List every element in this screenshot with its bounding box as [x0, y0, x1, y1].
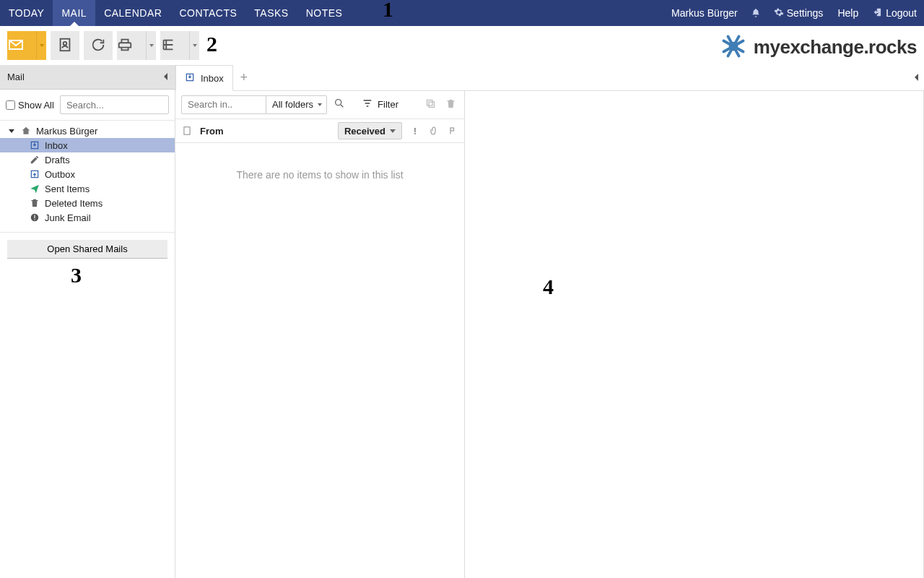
- list-toolbar: All folders Filter: [175, 91, 464, 118]
- folder-sent[interactable]: Sent Items: [0, 181, 175, 196]
- nav-contacts[interactable]: CONTACTS: [170, 0, 245, 26]
- nav-mail[interactable]: MAIL: [53, 0, 95, 26]
- home-icon: [20, 125, 32, 137]
- folder-junk[interactable]: Junk Email: [0, 210, 175, 225]
- pencil-icon: [29, 154, 40, 165]
- show-all-checkbox[interactable]: [6, 100, 15, 110]
- show-all-toggle[interactable]: Show All: [6, 100, 54, 111]
- svg-rect-6: [34, 215, 35, 219]
- nav-user[interactable]: Markus Bürger: [664, 7, 745, 19]
- sort-label: Received: [344, 126, 385, 137]
- tab-bar: Inbox +: [175, 65, 924, 91]
- chevron-down-icon: [9, 129, 14, 133]
- logout-icon: [873, 7, 883, 20]
- layout-button[interactable]: [160, 31, 199, 60]
- svg-rect-7: [34, 219, 35, 220]
- search-button[interactable]: [331, 97, 347, 113]
- search-in-input[interactable]: [181, 95, 266, 114]
- nav-notes[interactable]: NOTES: [297, 0, 352, 26]
- refresh-icon: [90, 37, 106, 55]
- folder-label: Junk Email: [45, 212, 91, 223]
- svg-rect-12: [184, 127, 190, 135]
- address-book-button[interactable]: [51, 31, 79, 60]
- importance-icon[interactable]: !: [409, 126, 421, 137]
- folder-label: Outbox: [45, 169, 75, 180]
- add-tab-button[interactable]: +: [233, 64, 255, 90]
- preview-pane: 4: [465, 91, 924, 578]
- svg-rect-11: [427, 100, 432, 105]
- filter-button[interactable]: Filter: [362, 98, 398, 111]
- svg-rect-10: [429, 102, 435, 108]
- sidebar-search-input[interactable]: [60, 95, 169, 114]
- chevron-left-icon: [163, 73, 169, 80]
- brand-logo-icon: [720, 33, 746, 61]
- folder-scope-dropdown[interactable]: All folders: [266, 95, 327, 114]
- copy-button[interactable]: [422, 97, 438, 113]
- print-button[interactable]: [117, 31, 156, 60]
- empty-list-message: There are no items to show in this list: [175, 143, 464, 207]
- brand-text: myexchange.rocks: [754, 36, 917, 59]
- address-book-icon: [57, 37, 73, 55]
- expand-preview-button[interactable]: [914, 72, 920, 83]
- refresh-button[interactable]: [84, 31, 113, 60]
- nav-logout[interactable]: Logout: [866, 7, 924, 20]
- column-from[interactable]: From: [200, 126, 224, 137]
- folder-scope-label: All folders: [272, 99, 313, 110]
- chevron-left-icon: [914, 74, 920, 81]
- sent-icon: [29, 183, 40, 194]
- folder-label: Drafts: [45, 155, 70, 165]
- layout-dropdown[interactable]: [189, 31, 199, 60]
- show-all-label: Show All: [18, 100, 54, 111]
- sidebar-header: Mail: [0, 65, 175, 90]
- list-header: From Received !: [175, 118, 464, 143]
- shared-mails-section: Open Shared Mails 3: [0, 233, 175, 266]
- account-name: Markus Bürger: [36, 126, 97, 137]
- nav-calendar[interactable]: CALENDAR: [95, 0, 170, 26]
- nav-settings[interactable]: Settings: [767, 7, 831, 20]
- sidebar-collapse-button[interactable]: [163, 72, 169, 82]
- folder-inbox[interactable]: Inbox: [0, 138, 175, 152]
- account-row[interactable]: Markus Bürger: [0, 124, 175, 138]
- sidebar-search: [60, 95, 169, 114]
- flag-icon[interactable]: [447, 126, 458, 136]
- delete-button[interactable]: [443, 97, 458, 113]
- nav-tasks[interactable]: TASKS: [245, 0, 297, 26]
- folder-deleted[interactable]: Deleted Items: [0, 196, 175, 210]
- junk-icon: [29, 212, 40, 223]
- sidebar-title: Mail: [7, 72, 25, 82]
- filter-label: Filter: [378, 99, 398, 110]
- content: Inbox + All folders: [175, 65, 924, 578]
- bell-icon[interactable]: [745, 8, 767, 18]
- panes: All folders Filter: [175, 91, 924, 578]
- open-shared-mails-button[interactable]: Open Shared Mails: [7, 240, 167, 259]
- message-list-pane: All folders Filter: [175, 91, 465, 578]
- attachment-icon[interactable]: [428, 126, 440, 136]
- folder-tree: Markus Bürger Inbox Drafts Outbox: [0, 121, 175, 233]
- toolbar: 2 myexchange.rocks: [0, 26, 924, 65]
- annotation-3: 3: [71, 263, 82, 288]
- read-status-icon[interactable]: [181, 126, 193, 136]
- sort-button[interactable]: Received: [338, 122, 402, 139]
- sidebar-controls: Show All: [0, 90, 175, 121]
- folder-outbox[interactable]: Outbox: [0, 167, 175, 181]
- sidebar: Mail Show All Markus Bürger: [0, 65, 175, 578]
- top-nav: TODAY MAIL CALENDAR CONTACTS TASKS NOTES…: [0, 0, 924, 26]
- compose-button[interactable]: [7, 31, 46, 60]
- search-icon: [334, 98, 345, 111]
- svg-point-1: [64, 41, 67, 45]
- folder-label: Sent Items: [45, 184, 90, 194]
- tab-label: Inbox: [201, 73, 224, 84]
- nav-today[interactable]: TODAY: [0, 0, 53, 26]
- tab-inbox[interactable]: Inbox: [175, 65, 233, 91]
- print-dropdown[interactable]: [146, 31, 156, 60]
- folder-drafts[interactable]: Drafts: [0, 152, 175, 167]
- folder-label: Deleted Items: [45, 198, 103, 209]
- compose-dropdown[interactable]: [36, 31, 46, 60]
- outbox-icon: [29, 168, 40, 180]
- chevron-down-icon: [390, 129, 396, 133]
- plus-icon: +: [240, 70, 248, 85]
- envelope-icon: [7, 36, 36, 56]
- nav-help[interactable]: Help: [830, 7, 866, 19]
- inbox-icon: [185, 72, 196, 84]
- layout-icon: [160, 37, 189, 55]
